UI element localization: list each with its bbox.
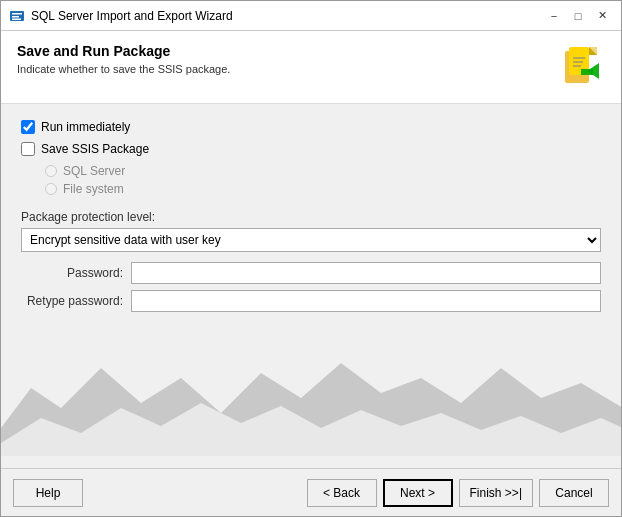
- svg-rect-12: [581, 69, 593, 75]
- footer-left: Help: [13, 479, 83, 507]
- svg-rect-8: [573, 57, 585, 59]
- page-title: Save and Run Package: [17, 43, 230, 59]
- back-button[interactable]: < Back: [307, 479, 377, 507]
- sql-server-radio-row: SQL Server: [45, 164, 601, 178]
- main-window: SQL Server Import and Export Wizard − □ …: [0, 0, 622, 517]
- next-button[interactable]: Next >: [383, 479, 453, 507]
- password-label: Password:: [21, 266, 131, 280]
- sql-server-radio[interactable]: [45, 165, 57, 177]
- footer: Help < Back Next > Finish >>| Cancel: [1, 468, 621, 516]
- file-system-radio[interactable]: [45, 183, 57, 195]
- save-ssis-row: Save SSIS Package: [21, 142, 601, 156]
- content-area: Run immediately Save SSIS Package SQL Se…: [1, 104, 621, 468]
- run-immediately-checkbox[interactable]: [21, 120, 35, 134]
- maximize-button[interactable]: □: [567, 6, 589, 26]
- retype-password-label: Retype password:: [21, 294, 131, 308]
- svg-marker-13: [1, 363, 621, 468]
- close-button[interactable]: ✕: [591, 6, 613, 26]
- svg-rect-15: [1, 456, 621, 468]
- retype-password-row: Retype password:: [21, 290, 601, 312]
- app-icon: [9, 8, 25, 24]
- window-title: SQL Server Import and Export Wizard: [31, 9, 543, 23]
- header-text-group: Save and Run Package Indicate whether to…: [17, 43, 230, 75]
- finish-button[interactable]: Finish >>|: [459, 479, 533, 507]
- svg-marker-14: [1, 403, 621, 468]
- password-row: Password:: [21, 262, 601, 284]
- svg-rect-2: [12, 16, 19, 18]
- password-input[interactable]: [131, 262, 601, 284]
- svg-rect-10: [573, 65, 581, 67]
- retype-password-input[interactable]: [131, 290, 601, 312]
- save-ssis-checkbox[interactable]: [21, 142, 35, 156]
- protection-level-label: Package protection level:: [21, 210, 601, 224]
- svg-rect-1: [12, 13, 22, 15]
- page-subtitle: Indicate whether to save the SSIS packag…: [17, 63, 230, 75]
- run-immediately-label[interactable]: Run immediately: [21, 120, 130, 134]
- ssis-icon: [557, 43, 605, 91]
- cancel-button[interactable]: Cancel: [539, 479, 609, 507]
- footer-right: < Back Next > Finish >>| Cancel: [307, 479, 609, 507]
- svg-rect-7: [589, 47, 597, 55]
- svg-rect-9: [573, 61, 583, 63]
- page-header: Save and Run Package Indicate whether to…: [1, 31, 621, 104]
- svg-rect-3: [12, 18, 21, 20]
- save-ssis-label[interactable]: Save SSIS Package: [21, 142, 149, 156]
- window-controls: − □ ✕: [543, 6, 613, 26]
- help-button[interactable]: Help: [13, 479, 83, 507]
- protection-level-select[interactable]: Encrypt sensitive data with user key: [21, 228, 601, 252]
- file-system-radio-row: File system: [45, 182, 601, 196]
- protection-level-group: Package protection level: Encrypt sensit…: [21, 210, 601, 252]
- run-immediately-row: Run immediately: [21, 120, 601, 134]
- minimize-button[interactable]: −: [543, 6, 565, 26]
- title-bar: SQL Server Import and Export Wizard − □ …: [1, 1, 621, 31]
- landscape-decoration: [1, 348, 621, 468]
